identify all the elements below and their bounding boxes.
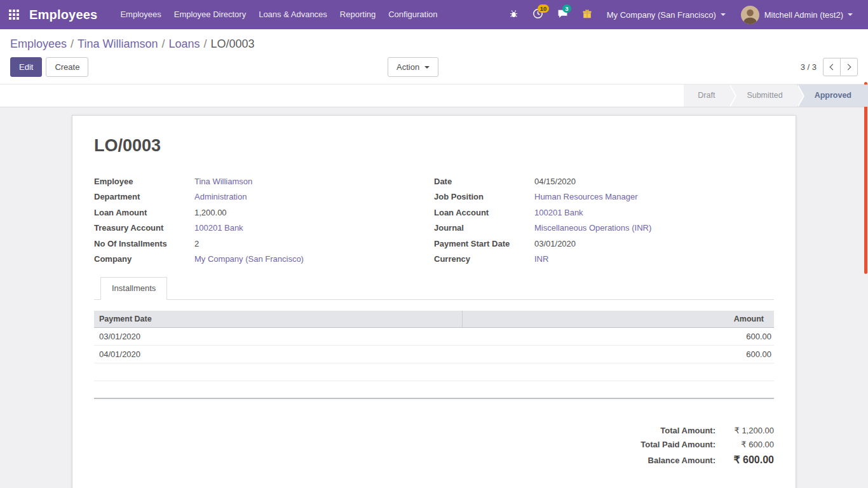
create-button[interactable]: Create	[46, 57, 88, 77]
status-row: Draft Submitted Approved	[0, 84, 868, 107]
company-switcher[interactable]: My Company (San Francisco)	[600, 0, 732, 29]
debug-button[interactable]	[503, 0, 524, 29]
menu-item-configuration[interactable]: Configuration	[382, 0, 444, 29]
field-label-loan-account: Loan Account	[434, 205, 534, 220]
field-label-currency: Currency	[434, 252, 534, 268]
chevron-down-icon	[721, 13, 726, 16]
installment-amount: 600.00	[463, 327, 774, 345]
field-value-installments: 2	[194, 236, 434, 252]
bug-icon	[509, 9, 519, 20]
installment-row[interactable]: 03/01/2020 600.00	[94, 327, 774, 345]
field-value-company[interactable]: My Company (San Francisco)	[194, 254, 304, 264]
notebook-tabs: Installments	[94, 277, 774, 300]
balance-amount-label: Balance Amount:	[648, 456, 715, 465]
user-name: Mitchell Admin (test2)	[764, 10, 843, 20]
apps-grid-icon	[9, 10, 19, 20]
total-paid-amount-value: ₹ 600.00	[715, 440, 774, 449]
installment-date: 03/01/2020	[94, 327, 463, 345]
field-label-payment-start-date: Payment Start Date	[434, 236, 534, 252]
installments-table: Payment Date Amount 03/01/2020 600.00 04…	[94, 311, 774, 399]
field-label-treasury-account: Treasury Account	[94, 220, 194, 236]
empty-row	[94, 381, 774, 398]
menu-item-reporting[interactable]: Reporting	[334, 0, 382, 29]
pager-count: 3 / 3	[801, 62, 817, 72]
field-value-payment-start-date: 03/01/2020	[534, 236, 774, 252]
breadcrumb-current: LO/0003	[211, 37, 255, 50]
field-label-journal: Journal	[434, 220, 534, 236]
breadcrumb-separator: /	[200, 37, 211, 50]
field-label-loan-amount: Loan Amount	[94, 205, 194, 220]
statusbar: Draft Submitted Approved	[684, 85, 868, 107]
app-title[interactable]: Employees	[29, 8, 97, 22]
installment-date: 04/01/2020	[94, 345, 463, 363]
pager-next-button[interactable]	[840, 58, 858, 76]
field-label-company: Company	[94, 252, 194, 268]
total-amount-label: Total Amount:	[660, 426, 715, 435]
edit-button[interactable]: Edit	[10, 57, 42, 77]
activities-button[interactable]: 10	[527, 0, 549, 29]
field-value-currency[interactable]: INR	[534, 254, 548, 264]
record-title: LO/0003	[94, 136, 774, 156]
breadcrumb-employees[interactable]: Employees	[10, 37, 67, 50]
empty-row	[94, 363, 774, 381]
column-header-amount[interactable]: Amount	[463, 311, 774, 327]
breadcrumb-tina-williamson[interactable]: Tina Williamson	[78, 37, 158, 50]
total-amount-value: ₹ 1,200.00	[715, 426, 774, 435]
chevron-down-icon	[848, 13, 853, 16]
field-value-loan-account[interactable]: 100201 Bank	[534, 208, 583, 217]
field-value-treasury-account[interactable]: 100201 Bank	[194, 223, 243, 233]
installment-amount: 600.00	[463, 345, 774, 363]
action-label: Action	[397, 61, 419, 73]
control-panel: Edit Create Action 3 / 3	[0, 57, 868, 84]
chevron-down-icon	[424, 66, 430, 69]
field-value-loan-amount: 1,200.00	[194, 205, 434, 220]
status-step-draft[interactable]: Draft	[684, 85, 729, 107]
total-paid-amount-row: Total Paid Amount: ₹ 600.00	[641, 437, 774, 451]
avatar	[741, 6, 759, 24]
content-area: LO/0003 Employee Tina Williamson Date 04…	[0, 107, 868, 488]
status-step-approved[interactable]: Approved	[797, 85, 868, 107]
total-amount-row: Total Amount: ₹ 1,200.00	[660, 423, 774, 437]
installment-row[interactable]: 04/01/2020 600.00	[94, 345, 774, 363]
breadcrumb-separator: /	[67, 37, 78, 50]
whats-new-button[interactable]	[576, 0, 598, 29]
breadcrumb: Employees/Tina Williamson/Loans/LO/0003	[0, 29, 868, 57]
user-menu[interactable]: Mitchell Admin (test2)	[735, 0, 859, 29]
action-dropdown-button[interactable]: Action	[388, 57, 438, 77]
menu-item-employee-directory[interactable]: Employee Directory	[168, 0, 252, 29]
gift-icon	[582, 9, 592, 21]
table-header-row: Payment Date Amount	[94, 311, 774, 327]
messages-button[interactable]: 3	[552, 0, 574, 29]
top-navbar: Employees Employees Employee Directory L…	[0, 0, 868, 29]
chevron-left-icon	[830, 64, 836, 71]
tab-installments[interactable]: Installments	[100, 277, 167, 300]
menu-item-loans-advances[interactable]: Loans & Advances	[252, 0, 334, 29]
breadcrumb-separator: /	[158, 37, 168, 50]
chevron-right-icon	[845, 64, 851, 71]
field-value-date: 04/15/2020	[534, 173, 774, 189]
menu-item-employees[interactable]: Employees	[114, 0, 167, 29]
field-label-department: Department	[94, 189, 194, 205]
breadcrumb-loans[interactable]: Loans	[168, 37, 200, 50]
activity-count-badge: 10	[538, 4, 550, 13]
form-sheet: LO/0003 Employee Tina Williamson Date 04…	[72, 115, 796, 488]
balance-amount-value: ₹ 600.00	[715, 454, 774, 466]
apps-menu-button[interactable]	[0, 0, 28, 29]
field-value-journal[interactable]: Miscellaneous Operations (INR)	[534, 223, 651, 233]
pager-previous-button[interactable]	[823, 58, 841, 76]
total-paid-amount-label: Total Paid Amount:	[641, 440, 715, 449]
field-value-job-position[interactable]: Human Resources Manager	[534, 192, 638, 201]
field-group: Employee Tina Williamson Date 04/15/2020…	[94, 173, 774, 267]
column-header-payment-date[interactable]: Payment Date	[94, 311, 463, 327]
status-step-submitted[interactable]: Submitted	[729, 85, 796, 107]
main-menu: Employees Employee Directory Loans & Adv…	[114, 0, 444, 29]
field-label-job-position: Job Position	[434, 189, 534, 205]
field-label-date: Date	[434, 173, 534, 189]
message-count-badge: 3	[562, 4, 571, 13]
field-value-department[interactable]: Administration	[194, 192, 247, 201]
field-value-employee[interactable]: Tina Williamson	[194, 177, 252, 186]
company-name: My Company (San Francisco)	[607, 10, 716, 20]
totals-block: Total Amount: ₹ 1,200.00 Total Paid Amou…	[94, 423, 774, 468]
balance-amount-row: Balance Amount: ₹ 600.00	[648, 451, 774, 468]
scrollbar-thumb[interactable]	[864, 82, 867, 274]
